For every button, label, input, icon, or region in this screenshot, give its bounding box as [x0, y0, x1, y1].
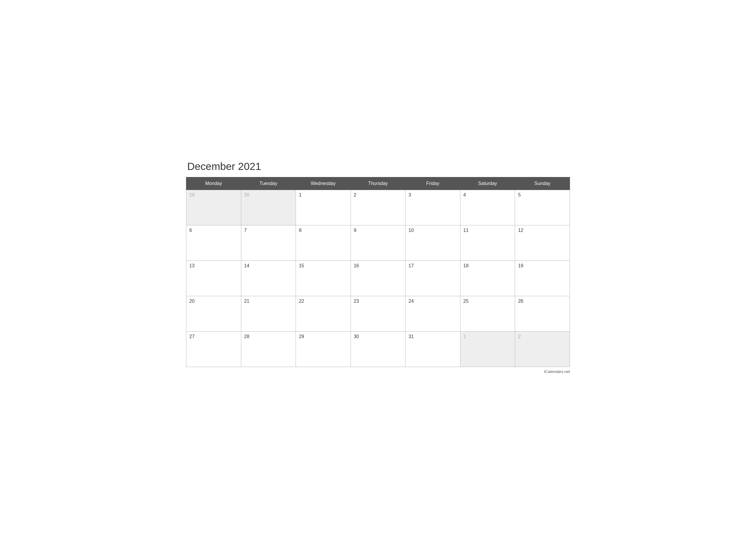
day-number: 21 [244, 298, 250, 304]
day-number: 2 [354, 192, 357, 197]
day-number: 15 [299, 263, 304, 268]
day-number: 4 [463, 192, 466, 197]
calendar-day-cell: 18 [460, 261, 515, 296]
day-number: 22 [299, 298, 304, 304]
day-number: 19 [518, 263, 523, 268]
calendar-day-cell: 16 [351, 261, 405, 296]
day-number: 3 [408, 192, 411, 197]
calendar-day-cell: 13 [186, 261, 241, 296]
calendar-day-cell: 27 [186, 331, 241, 367]
calendar-day-cell: 7 [241, 225, 296, 261]
calendar-week-row: 20212223242526 [186, 296, 570, 331]
day-number: 9 [354, 228, 357, 233]
calendar-footer: iCalendars.net [186, 369, 570, 374]
calendar-day-cell: 3 [405, 190, 460, 225]
day-number: 20 [189, 298, 195, 304]
day-number: 31 [408, 334, 414, 339]
calendar-title: December 2021 [186, 161, 570, 172]
calendar-day-cell: 21 [241, 296, 296, 331]
calendar-header-cell: Tuesday [241, 177, 296, 190]
calendar-day-cell: 2 [515, 331, 570, 367]
calendar-day-cell: 20 [186, 296, 241, 331]
day-number: 30 [244, 192, 250, 197]
calendar-header-cell: Thursday [351, 177, 405, 190]
day-number: 23 [354, 298, 359, 304]
calendar-day-cell: 4 [460, 190, 515, 225]
day-number: 30 [354, 334, 359, 339]
day-number: 25 [463, 298, 469, 304]
calendar-week-row: 272829303112 [186, 331, 570, 367]
calendar-day-cell: 8 [296, 225, 351, 261]
calendar-day-cell: 31 [405, 331, 460, 367]
calendar-day-cell: 26 [515, 296, 570, 331]
calendar-week-row: 293012345 [186, 190, 570, 225]
day-number: 12 [518, 228, 523, 233]
calendar-day-cell: 15 [296, 261, 351, 296]
day-number: 17 [408, 263, 414, 268]
calendar-day-cell: 29 [186, 190, 241, 225]
calendar-day-cell: 6 [186, 225, 241, 261]
day-number: 5 [518, 192, 521, 197]
calendar-header-cell: Sunday [515, 177, 570, 190]
calendar-day-cell: 24 [405, 296, 460, 331]
calendar-week-row: 6789101112 [186, 225, 570, 261]
calendar-day-cell: 17 [405, 261, 460, 296]
day-number: 24 [408, 298, 414, 304]
calendar-day-cell: 29 [296, 331, 351, 367]
calendar-header-row: MondayTuesdayWednesdayThursdayFridaySatu… [186, 177, 570, 190]
calendar-day-cell: 30 [351, 331, 405, 367]
calendar-header-cell: Monday [186, 177, 241, 190]
calendar-day-cell: 2 [351, 190, 405, 225]
day-number: 1 [299, 192, 302, 197]
day-number: 11 [463, 228, 469, 233]
calendar-day-cell: 10 [405, 225, 460, 261]
calendar-day-cell: 22 [296, 296, 351, 331]
calendar-week-row: 13141516171819 [186, 261, 570, 296]
calendar-header-cell: Wednesday [296, 177, 351, 190]
day-number: 14 [244, 263, 250, 268]
calendar-day-cell: 9 [351, 225, 405, 261]
day-number: 16 [354, 263, 359, 268]
calendar-day-cell: 1 [460, 331, 515, 367]
day-number: 1 [463, 334, 466, 339]
calendar-day-cell: 30 [241, 190, 296, 225]
day-number: 29 [189, 192, 195, 197]
calendar-day-cell: 28 [241, 331, 296, 367]
calendar-table: MondayTuesdayWednesdayThursdayFridaySatu… [186, 177, 570, 367]
calendar-header-cell: Saturday [460, 177, 515, 190]
day-number: 29 [299, 334, 304, 339]
calendar-container: December 2021 MondayTuesdayWednesdayThur… [186, 161, 570, 374]
calendar-day-cell: 1 [296, 190, 351, 225]
day-number: 27 [189, 334, 195, 339]
calendar-day-cell: 14 [241, 261, 296, 296]
day-number: 2 [518, 334, 521, 339]
calendar-day-cell: 12 [515, 225, 570, 261]
day-number: 13 [189, 263, 195, 268]
calendar-day-cell: 23 [351, 296, 405, 331]
day-number: 18 [463, 263, 469, 268]
calendar-day-cell: 19 [515, 261, 570, 296]
day-number: 26 [518, 298, 523, 304]
day-number: 6 [189, 228, 192, 233]
day-number: 10 [408, 228, 414, 233]
calendar-header-cell: Friday [405, 177, 460, 190]
calendar-day-cell: 11 [460, 225, 515, 261]
day-number: 7 [244, 228, 247, 233]
day-number: 8 [299, 228, 302, 233]
day-number: 28 [244, 334, 250, 339]
calendar-day-cell: 5 [515, 190, 570, 225]
calendar-day-cell: 25 [460, 296, 515, 331]
